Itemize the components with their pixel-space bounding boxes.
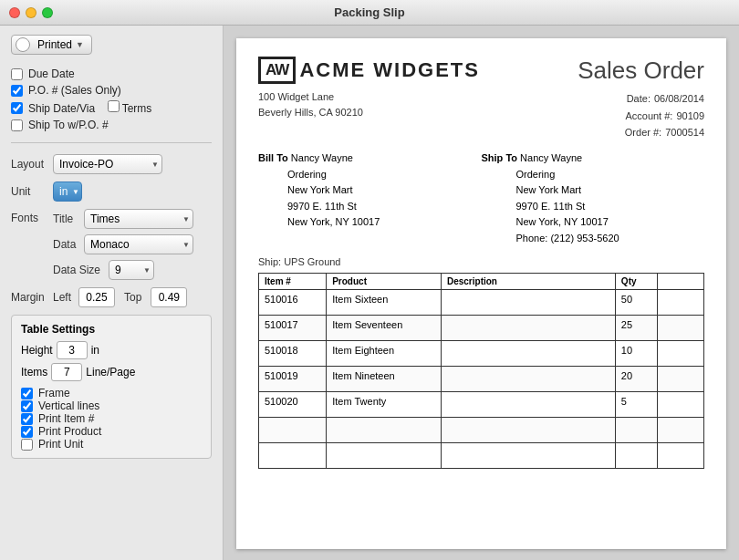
cell-item: 510016: [259, 289, 327, 315]
printed-label: Printed: [37, 38, 72, 51]
fonts-label: Fonts: [11, 209, 47, 224]
titlebar: Packing Slip: [0, 0, 739, 26]
title-font-select-container: Times: [84, 209, 193, 229]
table-row-empty: [259, 442, 704, 468]
header-product: Product: [327, 273, 442, 289]
cell-qty: 10: [615, 340, 657, 366]
order-row: Order #: 7000514: [578, 124, 704, 141]
po-sales-checkbox[interactable]: [11, 85, 23, 97]
window-title: Packing Slip: [334, 5, 404, 19]
bill-to-name: Nancy Wayne: [291, 152, 353, 163]
cell-extra: [657, 315, 703, 340]
ship-to-label: Ship To: [482, 152, 518, 163]
sales-order-block: Sales Order Date: 06/08/2014 Account #: …: [578, 57, 704, 141]
print-product-row: Print Product: [21, 425, 202, 438]
print-unit-row: Print Unit: [21, 438, 202, 451]
title-font-select[interactable]: Times: [84, 209, 193, 229]
print-item-row: Print Item #: [21, 412, 202, 425]
close-button[interactable]: [9, 7, 20, 18]
terms-label: Terms: [122, 102, 152, 115]
ship-method: Ship: UPS Ground: [258, 256, 704, 267]
ship-to-checkbox[interactable]: [11, 119, 23, 131]
minimize-button[interactable]: [26, 7, 36, 18]
preview-area: AW ACME WIDGETS 100 Widget Lane Beverly …: [224, 26, 739, 560]
print-item-label: Print Item #: [38, 412, 94, 425]
cell-extra: [657, 340, 703, 366]
ship-date-checkbox[interactable]: [11, 102, 23, 114]
table-header-row: Item # Product Description Qty: [259, 273, 704, 289]
bill-ship-row: Bill To Nancy Wayne Ordering New York Ma…: [258, 150, 704, 247]
main-content: Printed ▼ Due Date P.O. # (Sales Only) S…: [0, 26, 739, 560]
left-margin-label: Left: [53, 291, 71, 304]
printed-button[interactable]: Printed ▼: [11, 35, 92, 55]
unit-row: Unit in: [11, 181, 212, 202]
height-label: Height: [21, 344, 53, 357]
sidebar: Printed ▼ Due Date P.O. # (Sales Only) S…: [0, 26, 224, 560]
order-label: Order #:: [625, 124, 661, 141]
ship-to-name: Nancy Wayne: [520, 152, 582, 163]
vertical-lines-row: Vertical lines: [21, 399, 202, 412]
vertical-lines-checkbox[interactable]: [21, 400, 33, 412]
print-product-checkbox[interactable]: [21, 426, 33, 438]
items-input[interactable]: [51, 363, 82, 381]
cell-product: Item Twenty: [327, 391, 442, 417]
unit-label: Unit: [11, 185, 47, 198]
cell-item: 510017: [259, 315, 327, 340]
po-sales-row: P.O. # (Sales Only): [11, 84, 212, 97]
account-row: Account #: 90109: [578, 108, 704, 125]
height-row: Height in: [21, 341, 202, 359]
terms-checkbox[interactable]: [108, 100, 120, 112]
bill-to-company: Ordering: [287, 169, 327, 180]
header-qty: Qty: [615, 273, 657, 289]
cell-description: [441, 391, 615, 417]
cell-extra: [657, 391, 703, 417]
cell-description: [441, 340, 615, 366]
layout-label: Layout: [11, 158, 47, 171]
due-date-row: Due Date: [11, 67, 212, 80]
data-size-select[interactable]: 9: [109, 260, 154, 280]
frame-row: Frame: [21, 387, 202, 399]
left-margin-input[interactable]: [78, 287, 115, 307]
print-unit-checkbox[interactable]: [21, 439, 33, 451]
frame-checkbox[interactable]: [21, 388, 33, 399]
data-size-label: Data Size: [53, 264, 103, 276]
bill-to-store: New York Mart: [287, 184, 353, 195]
sales-order-title: Sales Order: [578, 57, 704, 85]
table-row: 510016 Item Sixteen 50: [259, 289, 704, 315]
data-size-select-container: 9: [109, 260, 154, 280]
layout-row: Layout Invoice-PO: [11, 154, 212, 174]
options-section: Due Date P.O. # (Sales Only) Ship Date/V…: [11, 67, 212, 131]
cell-description: [441, 366, 615, 391]
top-margin-label: Top: [124, 291, 141, 304]
company-address: 100 Widget Lane Beverly Hills, CA 90210: [258, 89, 480, 119]
company-name: ACME WIDGETS: [299, 58, 480, 82]
cell-extra: [657, 289, 703, 315]
unit-select[interactable]: in: [53, 181, 82, 202]
ship-to-city: New York, NY 10017: [516, 216, 609, 227]
data-font-select-container: Monaco: [84, 234, 193, 254]
due-date-checkbox[interactable]: [11, 68, 23, 80]
top-margin-input[interactable]: [151, 287, 187, 307]
table-row: 510020 Item Twenty 5: [259, 391, 704, 417]
items-unit: Line/Page: [86, 366, 135, 379]
bill-to-label: Bill To: [258, 152, 288, 163]
printed-row: Printed ▼: [11, 35, 212, 55]
due-date-label: Due Date: [28, 67, 75, 80]
print-item-checkbox[interactable]: [21, 413, 33, 425]
account-label: Account #:: [625, 108, 672, 125]
height-input[interactable]: [57, 341, 88, 359]
window-controls: [9, 7, 53, 18]
data-font-select[interactable]: Monaco: [84, 234, 193, 254]
ship-date-via-label: Ship Date/Via Terms: [28, 100, 151, 115]
account-value: 90109: [676, 108, 704, 125]
layout-select[interactable]: Invoice-PO: [53, 154, 162, 174]
order-value: 7000514: [665, 124, 704, 141]
layout-select-container: Invoice-PO: [53, 154, 162, 174]
table-row: 510018 Item Eighteen 10: [259, 340, 704, 366]
margin-row: Margin Left Top: [11, 287, 212, 307]
cell-description: [441, 315, 615, 340]
cell-item: 510018: [259, 340, 327, 366]
maximize-button[interactable]: [42, 7, 53, 18]
data-font-label: Data: [53, 238, 78, 251]
items-label: Items: [21, 366, 47, 379]
